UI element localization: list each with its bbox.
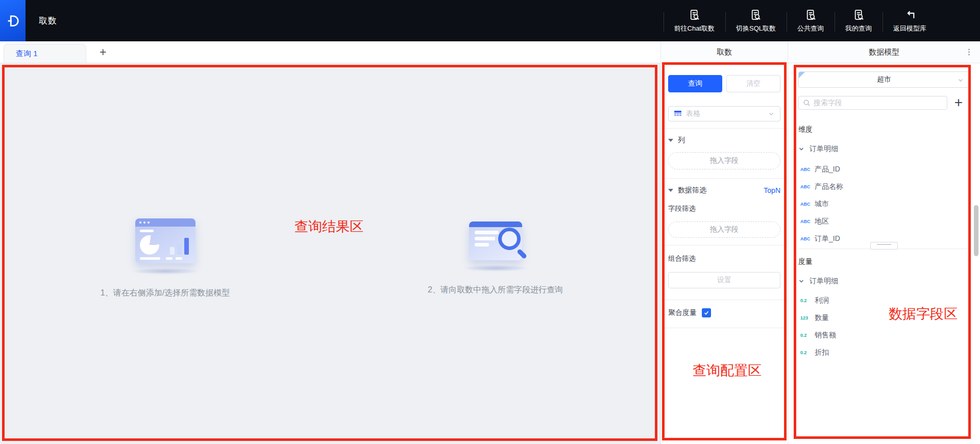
chevron-expanded-icon bbox=[798, 278, 804, 284]
field-search-box[interactable] bbox=[798, 96, 947, 110]
topbar: 取数 前往Chat取数 bbox=[0, 0, 980, 41]
measure-field[interactable]: 0.2 利润 bbox=[798, 292, 970, 309]
tab-strip: 查询 1 + 取数 数据模型 bbox=[0, 41, 980, 63]
dimension-group-row[interactable]: 订单明细 bbox=[798, 141, 970, 157]
brand-logo[interactable] bbox=[0, 0, 26, 41]
model-select[interactable]: 超市 bbox=[798, 71, 970, 88]
dimension-field[interactable]: ABC 产品名称 bbox=[798, 178, 970, 195]
resize-handle[interactable] bbox=[870, 242, 898, 250]
combo-filter-label: 组合筛选 bbox=[668, 254, 780, 263]
doc-search-icon bbox=[688, 9, 701, 21]
query-tabs: 查询 1 + bbox=[0, 41, 660, 63]
query-button[interactable]: 查询 bbox=[668, 75, 722, 92]
aggregate-row: 聚合度量 bbox=[668, 308, 780, 317]
chevron-down-icon bbox=[957, 77, 964, 84]
topbar-action-label: 公共查询 bbox=[797, 24, 824, 33]
field-type-icon: ABC bbox=[800, 184, 813, 189]
empty-step-1: 1、请在右侧添加/选择所需数据模型 bbox=[0, 72, 330, 444]
magnifier-icon bbox=[498, 228, 521, 250]
dashboard-illustration bbox=[135, 218, 195, 263]
aggregate-checkbox[interactable] bbox=[702, 308, 711, 317]
chart-type-select[interactable]: 表格 bbox=[668, 106, 780, 121]
field-search-input[interactable] bbox=[814, 98, 943, 107]
topbar-action-label: 切换SQL取数 bbox=[736, 24, 776, 33]
table-icon bbox=[674, 110, 682, 118]
window-dots-icon bbox=[139, 221, 150, 224]
field-name: 产品名称 bbox=[815, 182, 843, 191]
field-filter-dropzone[interactable]: 拖入字段 bbox=[668, 221, 780, 238]
tab-label: 查询 1 bbox=[16, 49, 38, 59]
folded-corner-icon bbox=[799, 72, 805, 78]
section-divider bbox=[798, 249, 970, 249]
divider bbox=[661, 328, 788, 328]
field-name: 城市 bbox=[815, 200, 829, 209]
field-name: 订单_ID bbox=[815, 234, 840, 242]
topbar-actions: 前往Chat取数 切换SQL取数 bbox=[664, 0, 980, 41]
field-name: 产品_ID bbox=[815, 165, 840, 174]
doc-search-icon bbox=[749, 9, 762, 21]
query-panel-title: 取数 bbox=[717, 47, 732, 57]
illustration-shadow bbox=[462, 265, 529, 272]
app-window: 取数 前往Chat取数 bbox=[0, 0, 980, 444]
topbar-action-button[interactable]: 我的查询 bbox=[835, 6, 883, 36]
clear-button[interactable]: 清空 bbox=[726, 75, 780, 92]
collapse-triangle-icon bbox=[668, 189, 673, 192]
app-title: 取数 bbox=[39, 0, 57, 41]
topn-link[interactable]: TopN bbox=[764, 186, 780, 194]
query-config-panel: 查询 清空 表格 列 拖 bbox=[660, 63, 788, 444]
topbar-action-button[interactable]: 前往Chat取数 bbox=[664, 6, 725, 36]
measure-group-label: 订单明细 bbox=[810, 277, 838, 286]
combo-filter-settings-button[interactable]: 设置 bbox=[668, 272, 780, 288]
columns-section-header[interactable]: 列 bbox=[661, 129, 788, 145]
topbar-spacer bbox=[57, 0, 664, 41]
step-2-caption: 2、请向取数中拖入所需字段进行查询 bbox=[428, 285, 563, 295]
dimension-field[interactable]: ABC 订单_ID bbox=[798, 230, 970, 242]
topbar-action-button[interactable]: 公共查询 bbox=[787, 6, 835, 36]
doc-search-icon bbox=[804, 9, 817, 21]
measures-label: 度量 bbox=[798, 257, 970, 266]
step-1-caption: 1、请在右侧添加/选择所需数据模型 bbox=[101, 288, 230, 299]
tab-query-1[interactable]: 查询 1 bbox=[4, 44, 86, 63]
content: 1、请在右侧添加/选择所需数据模型 2、请向取数中拖入所需字段进行查询 查询 清… bbox=[0, 63, 980, 444]
topbar-action-button[interactable]: 切换SQL取数 bbox=[725, 6, 787, 36]
data-model-panel: 超市 + 维度 bbox=[788, 63, 980, 444]
add-model-button[interactable]: + bbox=[947, 95, 970, 110]
aggregate-label: 聚合度量 bbox=[668, 308, 697, 317]
measure-field[interactable]: 123 数量 bbox=[798, 309, 970, 327]
field-type-icon: 123 bbox=[800, 315, 813, 320]
field-type-icon: ABC bbox=[800, 167, 813, 172]
chevron-expanded-icon bbox=[798, 146, 804, 152]
topbar-action-button[interactable]: 返回模型库 bbox=[883, 6, 937, 36]
query-result-area: 1、请在右侧添加/选择所需数据模型 2、请向取数中拖入所需字段进行查询 bbox=[0, 63, 660, 444]
measure-field[interactable]: 0.2 折扣 bbox=[798, 344, 970, 361]
field-type-icon: ABC bbox=[800, 202, 813, 207]
chevron-down-icon bbox=[768, 110, 775, 117]
dimensions-list: 维度 订单明细 ABC bbox=[798, 110, 970, 242]
measure-group-row[interactable]: 订单明细 bbox=[798, 274, 970, 289]
dimension-fields: ABC 产品_ID ABC bbox=[798, 161, 970, 242]
more-menu-icon[interactable] bbox=[967, 47, 971, 57]
field-type-icon: ABC bbox=[800, 219, 813, 224]
bar-chart-icon bbox=[170, 237, 189, 255]
pie-chart-icon bbox=[140, 235, 159, 255]
model-select-value: 超市 bbox=[877, 75, 891, 84]
dimension-field[interactable]: ABC 城市 bbox=[798, 195, 970, 213]
divider bbox=[661, 300, 788, 300]
search-icon bbox=[803, 99, 811, 107]
dimension-field[interactable]: ABC 地区 bbox=[798, 213, 970, 230]
model-panel-header: 数据模型 bbox=[788, 41, 980, 63]
field-name: 地区 bbox=[815, 217, 829, 226]
data-filter-section-header[interactable]: 数据筛选 TopN bbox=[661, 179, 788, 195]
collapse-triangle-icon bbox=[668, 139, 673, 142]
field-name: 利润 bbox=[815, 296, 829, 305]
field-type-icon: 0.2 bbox=[800, 333, 813, 338]
measure-field[interactable]: 0.2 销售额 bbox=[798, 327, 970, 344]
field-filter-label: 字段筛选 bbox=[668, 204, 780, 213]
columns-dropzone[interactable]: 拖入字段 bbox=[668, 152, 780, 169]
add-tab-button[interactable]: + bbox=[100, 46, 106, 58]
dimension-field[interactable]: ABC 产品_ID bbox=[798, 161, 970, 178]
doc-search-icon bbox=[852, 9, 865, 21]
query-actions: 查询 清空 bbox=[668, 75, 780, 92]
scrollbar-thumb[interactable] bbox=[974, 205, 978, 256]
field-name: 销售额 bbox=[815, 331, 836, 340]
